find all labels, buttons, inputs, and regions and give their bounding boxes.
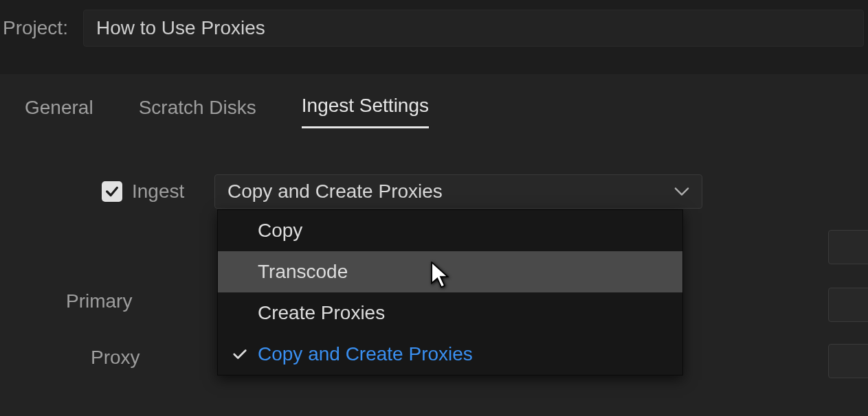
ingest-mode-select[interactable]: Copy and Create Proxies <box>214 174 702 209</box>
ingest-option-copy-and-create-proxies[interactable]: Copy and Create Proxies <box>218 334 682 375</box>
ingest-mode-dropdown: Copy Transcode Create Proxies Copy and C… <box>217 209 683 375</box>
ingest-option-create-proxies[interactable]: Create Proxies <box>218 292 682 334</box>
checkmark-icon <box>230 348 249 360</box>
project-row: Project: How to Use Proxies <box>0 0 868 47</box>
ingest-option-transcode[interactable]: Transcode <box>218 251 682 292</box>
ingest-mode-value: Copy and Create Proxies <box>227 181 443 203</box>
option-label: Copy and Create Proxies <box>258 343 473 365</box>
tab-general[interactable]: General <box>25 97 93 128</box>
ingest-row: Ingest Copy and Create Proxies <box>102 172 843 211</box>
ingest-option-copy[interactable]: Copy <box>218 210 682 251</box>
tab-ingest-settings[interactable]: Ingest Settings <box>302 95 429 128</box>
checkmark-icon <box>104 184 120 199</box>
project-settings-panel: General Scratch Disks Ingest Settings In… <box>0 74 868 416</box>
ingest-form: Ingest Copy and Create Proxies Primary P… <box>25 172 843 211</box>
proxy-label: Proxy <box>91 347 140 369</box>
ingest-label: Ingest <box>132 181 201 203</box>
preset-select-peek-1[interactable] <box>828 230 868 264</box>
primary-label: Primary <box>66 290 132 312</box>
primary-destination-select-peek[interactable] <box>828 288 868 322</box>
option-label: Create Proxies <box>258 302 385 324</box>
tab-scratch-disks[interactable]: Scratch Disks <box>139 97 256 128</box>
option-label: Transcode <box>258 261 348 283</box>
project-name-field[interactable]: How to Use Proxies <box>83 10 864 47</box>
ingest-checkbox[interactable] <box>102 181 122 202</box>
settings-tabs: General Scratch Disks Ingest Settings <box>25 95 843 128</box>
chevron-down-icon <box>674 187 689 196</box>
project-label: Project: <box>0 17 83 39</box>
proxy-destination-select-peek[interactable] <box>828 344 868 378</box>
option-label: Copy <box>258 220 302 242</box>
project-name-text: How to Use Proxies <box>96 17 265 39</box>
